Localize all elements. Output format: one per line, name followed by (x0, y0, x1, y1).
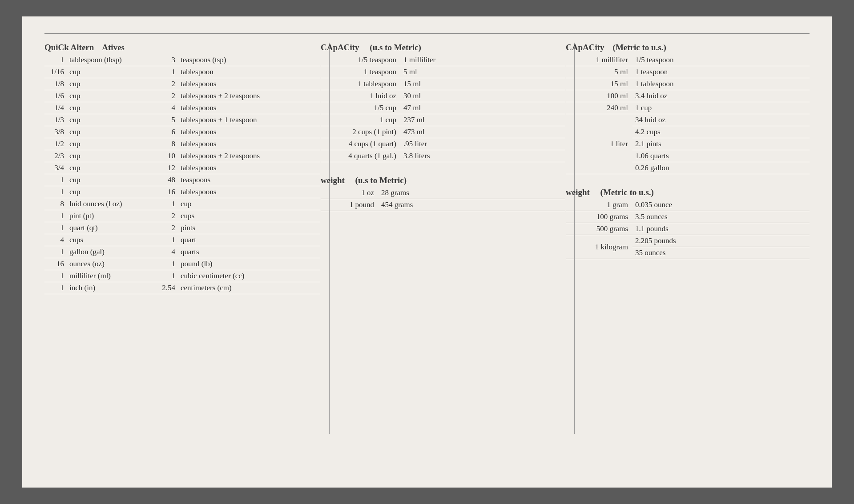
table-row: 8 luid ounces (l oz) 1 cup (44, 198, 320, 210)
col2-weight-title: weight (u.s to Metric) (321, 176, 565, 185)
col3-capacity-table: 1 milliliter 1/5 teaspoon 5 ml 1 teaspoo… (566, 54, 810, 174)
col3-weight-section: weight (Metric to u.s.) 1 gram 0.035 oun… (566, 188, 810, 259)
table-row: 1/5 teaspoon 1 milliliter (321, 54, 565, 66)
table-row: 1 cup 237 ml (321, 114, 565, 126)
table-row: 4 cups 1 quart (44, 234, 320, 246)
table-row: 100 ml 3.4 luid oz (566, 90, 810, 102)
table-row: 1/3 cup 5 tablespoons + 1 teaspoon (44, 114, 320, 126)
col2-capacity-section: CApACity (u.s to Metric) 1/5 teaspoon 1 … (321, 43, 565, 162)
table-row: 5 ml 1 teaspoon (566, 66, 810, 78)
col1-table: 1 tablespoon (tbsp) 3 teaspoons (tsp) 1/… (44, 54, 320, 294)
table-row: 240 ml 1 cup (566, 102, 810, 114)
col3-capacity-title: CApACity (Metric to u.s.) (566, 43, 810, 52)
table-row: 1/6 cup 2 tablespoons + 2 teaspoons (44, 90, 320, 102)
table-row: 1 quart (qt) 2 pints (44, 222, 320, 234)
table-row: 4 cups (1 quart) .95 liter (321, 138, 565, 150)
table-row: 2/3 cup 10 tablespoons + 2 teaspoons (44, 150, 320, 162)
table-row: 3/4 cup 12 tablespoons (44, 162, 320, 174)
table-row: 1 gallon (gal) 4 quarts (44, 246, 320, 258)
col1-quick-alternatives: QuiCk Altern Atives 1 tablespoon (tbsp) … (44, 43, 320, 434)
table-row: 1 pint (pt) 2 cups (44, 210, 320, 222)
table-row: 1 cup 48 teaspoons (44, 174, 320, 186)
table-row: 100 grams 3.5 ounces (566, 211, 810, 223)
table-row: 1 milliliter (ml) 1 cubic centimeter (cc… (44, 270, 320, 282)
table-row: 500 grams 1.1 pounds (566, 223, 810, 235)
table-row: 1/8 cup 2 tablespoons (44, 78, 320, 90)
table-row: 1 liter 34 luid oz (566, 114, 810, 126)
main-card: QuiCk Altern Atives 1 tablespoon (tbsp) … (22, 16, 832, 488)
table-row: 1 oz 28 grams (321, 187, 565, 199)
table-row: 1 tablespoon (tbsp) 3 teaspoons (tsp) (44, 54, 320, 66)
col2-capacity-title: CApACity (u.s to Metric) (321, 43, 565, 52)
table-row: 1/4 cup 4 tablespoons (44, 102, 320, 114)
table-row: 15 ml 1 tablespoon (566, 78, 810, 90)
table-row: 3/8 cup 6 tablespoons (44, 126, 320, 138)
table-row: 16 ounces (oz) 1 pound (lb) (44, 258, 320, 270)
col3: CApACity (Metric to u.s.) 1 milliliter 1… (566, 43, 810, 434)
col2-weight-table: 1 oz 28 grams 1 pound 454 grams (321, 187, 565, 211)
table-row: 1 milliliter 1/5 teaspoon (566, 54, 810, 66)
col2-weight-section: weight (u.s to Metric) 1 oz 28 grams 1 p… (321, 176, 565, 211)
table-row: 1 tablespoon 15 ml (321, 78, 565, 90)
table-row: 1 pound 454 grams (321, 199, 565, 211)
col3-capacity-section: CApACity (Metric to u.s.) 1 milliliter 1… (566, 43, 810, 174)
col2: CApACity (u.s to Metric) 1/5 teaspoon 1 … (321, 43, 565, 434)
table-row: 1/16 cup 1 tablespoon (44, 66, 320, 78)
content-grid: QuiCk Altern Atives 1 tablespoon (tbsp) … (44, 43, 810, 434)
col2-capacity-table: 1/5 teaspoon 1 milliliter 1 teaspoon 5 m… (321, 54, 565, 162)
table-row: 1 inch (in) 2.54 centimeters (cm) (44, 282, 320, 294)
table-row: 1 cup 16 tablespoons (44, 186, 320, 198)
col3-weight-table: 1 gram 0.035 ounce 100 grams 3.5 ounces … (566, 199, 810, 259)
table-row: 1/5 cup 47 ml (321, 102, 565, 114)
col3-weight-title: weight (Metric to u.s.) (566, 188, 810, 197)
table-row: 1 teaspoon 5 ml (321, 66, 565, 78)
table-row: 2 cups (1 pint) 473 ml (321, 126, 565, 138)
title-divider (44, 33, 810, 34)
table-row: 1 luid oz 30 ml (321, 90, 565, 102)
col1-section-title: QuiCk Altern Atives (44, 43, 320, 52)
table-row: 4 quarts (1 gal.) 3.8 liters (321, 150, 565, 162)
table-row: 1 kilogram 2.205 pounds (566, 235, 810, 247)
table-row: 1/2 cup 8 tablespoons (44, 138, 320, 150)
table-row: 1 gram 0.035 ounce (566, 199, 810, 211)
